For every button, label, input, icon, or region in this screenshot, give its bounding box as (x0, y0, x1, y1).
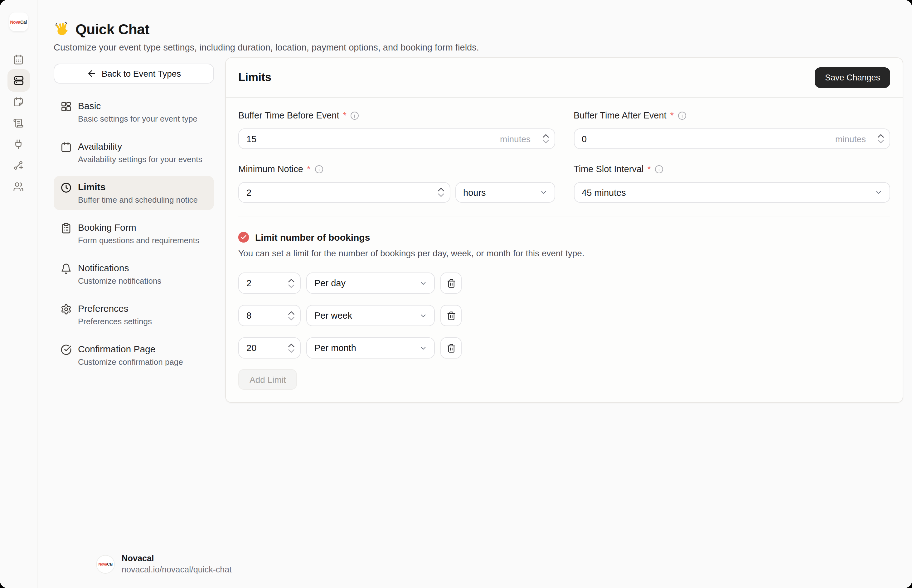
sidebar-item-preferences[interactable]: Preferences Preferences settings (53, 297, 214, 332)
chevron-up-icon[interactable] (288, 278, 294, 282)
time-slot-interval-select[interactable]: 45 minutes (574, 182, 890, 203)
minimum-notice-unit-select[interactable]: hours (455, 182, 555, 203)
rail-calendar-icon[interactable] (7, 48, 30, 70)
delete-limit-button[interactable] (440, 305, 462, 326)
number-stepper[interactable] (438, 183, 444, 202)
back-to-event-types-button[interactable]: Back to Event Types (53, 64, 214, 84)
limit-count-input[interactable] (246, 343, 284, 353)
buffer-before-field: Buffer Time Before Event * minutes (238, 110, 555, 149)
sidebar-item-booking-form[interactable]: Booking Form Form questions and requirem… (53, 216, 214, 251)
time-slot-interval-field: Time Slot Interval * 45 minutes (574, 164, 890, 203)
limit-period-select[interactable]: Per day (306, 273, 435, 294)
panel-title: Limits (238, 71, 272, 84)
minimum-notice-field: Minimum Notice * (238, 164, 555, 203)
chevron-down-icon[interactable] (878, 140, 884, 144)
limits-panel: Limits Save Changes Buffer Time Before E… (225, 57, 903, 403)
info-icon[interactable] (678, 111, 687, 120)
limit-bookings-description: You can set a limit for the number of bo… (238, 248, 890, 259)
chevron-down-icon (419, 344, 427, 352)
novacal-logo-text: NovaCal (10, 19, 26, 24)
trash-icon (446, 343, 456, 353)
chevron-up-icon[interactable] (878, 134, 884, 138)
limit-bookings-label[interactable]: Limit number of bookings (255, 232, 370, 242)
account-footer[interactable]: NovaCal Novacal novacal.io/novacal/quick… (97, 554, 232, 575)
chevron-down-icon[interactable] (288, 284, 294, 288)
rail-plug-icon[interactable] (7, 133, 30, 155)
chevron-down-icon[interactable] (288, 349, 294, 353)
chevron-down-icon[interactable] (438, 193, 444, 197)
rail-bookings-calendar-icon[interactable] (7, 91, 30, 112)
buffer-after-input[interactable] (582, 134, 835, 144)
minutes-suffix: minutes (500, 134, 530, 144)
app-window: NovaCal (0, 0, 912, 588)
chevron-down-icon[interactable] (542, 140, 549, 144)
info-icon[interactable] (350, 111, 360, 120)
chevron-down-icon (419, 312, 427, 320)
calendar-icon (60, 141, 72, 164)
number-stepper[interactable] (288, 338, 294, 358)
number-stepper[interactable] (542, 129, 549, 149)
trash-icon (446, 311, 456, 320)
required-asterisk: * (307, 164, 310, 174)
rail-scroll-icon[interactable] (7, 112, 30, 133)
chevron-up-icon[interactable] (288, 311, 294, 315)
limit-row-per-month: Per month (238, 337, 890, 359)
gear-icon (60, 303, 72, 326)
chevron-down-icon (539, 188, 547, 196)
limit-period-select[interactable]: Per week (306, 305, 435, 326)
rail-people-icon[interactable] (7, 176, 30, 197)
circle-check-icon (60, 344, 72, 367)
number-stepper[interactable] (878, 129, 884, 149)
sidebar-item-notifications[interactable]: Notifications Customize notifications (53, 257, 214, 291)
add-limit-button[interactable]: Add Limit (238, 369, 297, 390)
delete-limit-button[interactable] (440, 273, 462, 294)
delete-limit-button[interactable] (440, 337, 462, 359)
required-asterisk: * (647, 164, 651, 174)
required-asterisk: * (343, 110, 346, 121)
icon-rail: NovaCal (0, 0, 37, 588)
waving-hand-icon (53, 21, 70, 37)
novacal-logo-text: NovaCal (98, 562, 112, 566)
limit-period-select[interactable]: Per month (306, 337, 435, 359)
arrow-left-icon (87, 69, 97, 79)
chevron-up-icon[interactable] (438, 188, 444, 191)
sidebar-item-availability[interactable]: Availability Availability settings for y… (53, 135, 214, 170)
minimum-notice-input[interactable] (246, 187, 431, 197)
grid-icon (60, 100, 72, 123)
limit-count-input[interactable] (246, 310, 284, 320)
limit-row-per-week: Per week (238, 305, 890, 326)
rail-workflows-icon[interactable] (7, 155, 30, 176)
number-stepper[interactable] (288, 273, 294, 293)
chevron-down-icon (875, 188, 883, 196)
sidebar-item-confirmation-page[interactable]: Confirmation Page Customize confirmation… (53, 338, 214, 372)
info-icon[interactable] (655, 165, 664, 174)
chevron-down-icon (419, 279, 427, 287)
trash-icon (446, 278, 456, 288)
novacal-logo[interactable]: NovaCal (9, 13, 28, 31)
page-header: Quick Chat Customize your event type set… (37, 0, 912, 53)
page-subtitle: Customize your event type settings, incl… (53, 42, 912, 53)
info-icon[interactable] (314, 165, 323, 174)
settings-nav: Back to Event Types Basic Basic settings… (53, 57, 214, 372)
limits-panel-header: Limits Save Changes (226, 58, 902, 98)
required-asterisk: * (670, 110, 674, 121)
bell-icon (60, 263, 72, 286)
buffer-before-input[interactable] (246, 134, 500, 144)
page-title: Quick Chat (53, 21, 912, 38)
chevron-up-icon[interactable] (288, 343, 294, 347)
clipboard-icon (60, 222, 72, 245)
limit-bookings-checkbox[interactable] (238, 232, 249, 242)
sidebar-item-basic[interactable]: Basic Basic settings for your event type (53, 95, 214, 129)
footer-account-url: novacal.io/novacal/quick-chat (122, 565, 232, 575)
chevron-up-icon[interactable] (542, 134, 549, 138)
sidebar-item-limits[interactable]: Limits Buffer time and scheduling notice (53, 176, 214, 210)
limit-row-per-day: Per day (238, 273, 890, 294)
footer-account-name: Novacal (122, 554, 232, 564)
rail-event-types-icon[interactable] (7, 69, 30, 92)
save-changes-button[interactable]: Save Changes (815, 67, 890, 88)
chevron-down-icon[interactable] (288, 317, 294, 320)
limit-count-input[interactable] (246, 278, 284, 288)
section-divider (238, 216, 890, 216)
minutes-suffix: minutes (835, 134, 866, 144)
number-stepper[interactable] (288, 305, 294, 325)
